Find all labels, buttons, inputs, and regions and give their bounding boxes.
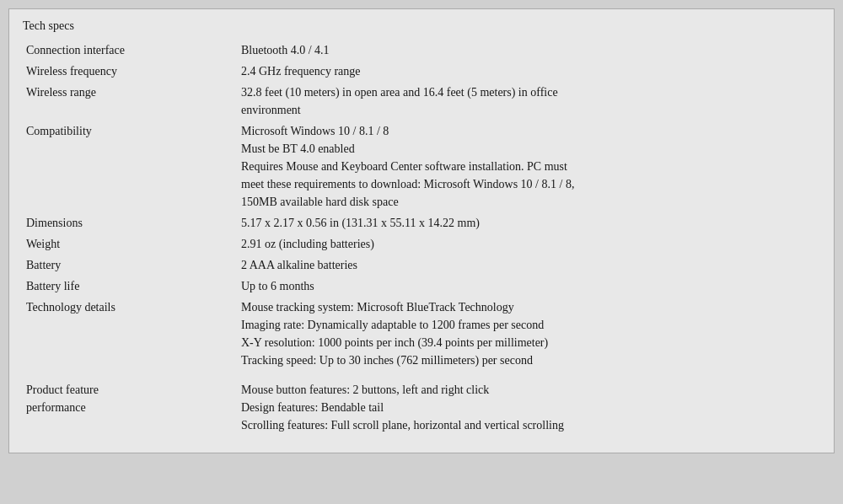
spec-value: Up to 6 months <box>238 276 820 297</box>
spec-value: Bluetooth 4.0 / 4.1 <box>238 40 820 61</box>
table-row: Battery lifeUp to 6 months <box>23 276 820 297</box>
specs-container: Tech specs Connection interfaceBluetooth… <box>8 8 835 453</box>
spec-label: Compatibility <box>23 121 238 212</box>
spec-value: 2.91 oz (including batteries) <box>238 233 820 255</box>
table-spacer-row <box>23 371 820 379</box>
spec-value: 32.8 feet (10 meters) in open area and 1… <box>238 82 820 121</box>
table-row: Product featureperformanceMouse button f… <box>23 379 820 436</box>
specs-table: Connection interfaceBluetooth 4.0 / 4.1W… <box>23 40 820 436</box>
spec-label: Weight <box>23 233 238 255</box>
spec-value: Mouse tracking system: Microsoft BlueTra… <box>238 297 820 371</box>
table-row: Dimensions5.17 x 2.17 x 0.56 in (131.31 … <box>23 212 820 233</box>
table-row: Technology detailsMouse tracking system:… <box>23 297 820 371</box>
table-row: Battery2 AAA alkaline batteries <box>23 255 820 276</box>
spec-value: Mouse button features: 2 buttons, left a… <box>238 379 820 436</box>
spec-label: Wireless range <box>23 82 238 121</box>
spec-value: 5.17 x 2.17 x 0.56 in (131.31 x 55.11 x … <box>238 212 820 233</box>
spec-label: Battery <box>23 255 238 276</box>
spec-value: 2.4 GHz frequency range <box>238 61 820 82</box>
spec-label: Wireless frequency <box>23 61 238 82</box>
spec-value: 2 AAA alkaline batteries <box>238 255 820 276</box>
spec-value: Microsoft Windows 10 / 8.1 / 8Must be BT… <box>238 121 820 212</box>
table-row: Weight2.91 oz (including batteries) <box>23 233 820 255</box>
spec-label: Technology details <box>23 297 238 371</box>
spec-label: Dimensions <box>23 212 238 233</box>
spec-label: Battery life <box>23 276 238 297</box>
table-row: Connection interfaceBluetooth 4.0 / 4.1 <box>23 40 820 61</box>
table-row: Wireless frequency2.4 GHz frequency rang… <box>23 61 820 82</box>
table-row: CompatibilityMicrosoft Windows 10 / 8.1 … <box>23 121 820 212</box>
spec-label: Connection interface <box>23 40 238 61</box>
spec-label: Product featureperformance <box>23 379 238 436</box>
table-row: Wireless range32.8 feet (10 meters) in o… <box>23 82 820 121</box>
page-title: Tech specs <box>23 19 820 33</box>
